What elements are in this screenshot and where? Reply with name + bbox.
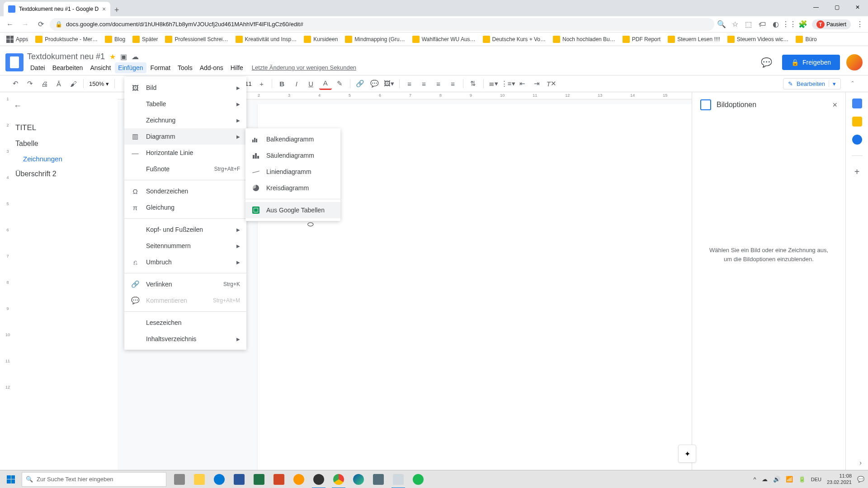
tasks-icon[interactable]: [852, 135, 862, 145]
insert-menu-item[interactable]: —Horizontale Linie: [124, 145, 246, 161]
docs-logo-icon[interactable]: [5, 53, 24, 71]
new-tab-button[interactable]: +: [110, 4, 123, 16]
outline-item[interactable]: Tabelle: [14, 136, 110, 151]
tray-sync-icon[interactable]: ☁: [762, 476, 768, 483]
chart-submenu-item[interactable]: Säulendiagramm: [245, 147, 340, 164]
outline-item[interactable]: Überschrift 2: [14, 166, 110, 182]
tab-close-icon[interactable]: ×: [102, 5, 106, 13]
comment-button[interactable]: 💬: [368, 77, 381, 90]
link-button[interactable]: 🔗: [354, 77, 367, 90]
menu-hilfe[interactable]: Hilfe: [227, 62, 246, 73]
zoom-icon[interactable]: 🔍: [717, 20, 726, 29]
outline-item[interactable]: Zeichnungen: [14, 151, 110, 166]
cloud-saved-icon[interactable]: ☁: [132, 52, 139, 61]
bookmark-item[interactable]: Mindmapping (Gru…: [342, 34, 407, 45]
chrome-icon[interactable]: [329, 470, 348, 488]
menu-tools[interactable]: Tools: [175, 62, 196, 73]
tray-wifi-icon[interactable]: 📶: [786, 476, 793, 483]
task-view-icon[interactable]: [170, 470, 189, 488]
last-change-text[interactable]: Letzte Änderung vor wenigen Sekunden: [252, 64, 356, 71]
insert-menu-item[interactable]: Seitennummern▶: [124, 238, 246, 254]
print-button[interactable]: 🖨: [38, 77, 51, 90]
zoom-select[interactable]: 150%▾: [87, 80, 111, 87]
tray-volume-icon[interactable]: 🔊: [773, 476, 780, 483]
nav-back[interactable]: ←: [4, 18, 16, 31]
panel-close-icon[interactable]: ×: [832, 100, 837, 110]
menu-addons[interactable]: Add-ons: [197, 62, 226, 73]
obs-icon[interactable]: [309, 470, 328, 488]
insert-menu-item[interactable]: 🔗VerlinkenStrg+K: [124, 276, 246, 292]
tray-chevron-icon[interactable]: ^: [754, 476, 756, 483]
ext-icon-3[interactable]: ◐: [771, 20, 780, 29]
browser-tab[interactable]: Textdokument neu #1 - Google D ×: [4, 2, 110, 16]
start-button[interactable]: [0, 470, 22, 488]
bold-button[interactable]: B: [276, 77, 288, 90]
excel-icon[interactable]: [250, 470, 269, 488]
star-icon[interactable]: ★: [109, 52, 116, 61]
paint-format-button[interactable]: 🖌: [67, 77, 80, 90]
notifications-icon[interactable]: 💬: [857, 476, 864, 483]
taskbar-search[interactable]: 🔍 Zur Suche Text hier eingeben: [22, 472, 166, 487]
line-spacing[interactable]: ⇅: [467, 77, 480, 90]
bookmark-item[interactable]: Später: [130, 34, 160, 45]
insert-menu-item[interactable]: ⎌Umbruch▶: [124, 254, 246, 270]
outline-item[interactable]: TITEL: [14, 120, 110, 136]
rail-expand-icon[interactable]: ›: [859, 459, 862, 466]
align-center[interactable]: ≡: [418, 77, 430, 90]
doc-title[interactable]: Textdokument neu #1: [27, 52, 105, 61]
spotify-icon[interactable]: [409, 470, 428, 488]
edge-legacy-icon[interactable]: [210, 470, 229, 488]
add-addon-icon[interactable]: +: [854, 167, 860, 177]
bookmark-item[interactable]: Kursideen: [301, 34, 340, 45]
notepad-icon[interactable]: [389, 470, 408, 488]
extensions-icon[interactable]: 🧩: [798, 20, 807, 29]
fontsize-plus[interactable]: +: [255, 77, 268, 90]
ext-icon-2[interactable]: 🏷: [758, 20, 767, 29]
bookmark-item[interactable]: PDF Report: [620, 34, 663, 45]
spellcheck-button[interactable]: Ā: [52, 77, 65, 90]
url-field[interactable]: 🔒 docs.google.com/document/d/1hUH8k6h7Lb…: [50, 18, 714, 31]
nav-reload[interactable]: ⟳: [34, 18, 47, 31]
align-justify[interactable]: ≡: [447, 77, 459, 90]
menu-ansicht[interactable]: Ansicht: [87, 62, 114, 73]
insert-menu-item[interactable]: ▥Diagramm▶: [124, 128, 246, 145]
bookmark-item[interactable]: Wahlfächer WU Aus…: [410, 34, 478, 45]
move-icon[interactable]: ▣: [120, 52, 127, 61]
tray-lang[interactable]: DEU: [811, 477, 821, 482]
insert-menu-item[interactable]: 🖼Bild▶: [124, 80, 246, 96]
text-color-button[interactable]: A: [319, 77, 332, 90]
italic-button[interactable]: I: [290, 77, 303, 90]
ext-icon-1[interactable]: ⬚: [744, 20, 753, 29]
editing-mode-dropdown[interactable]: ✎ Bearbeiten ▾: [783, 78, 841, 89]
window-minimize[interactable]: ―: [806, 0, 826, 14]
bookmark-item[interactable]: Büro: [793, 34, 819, 45]
redo-button[interactable]: ↷: [24, 77, 36, 90]
bookmark-item[interactable]: Steuern Videos wic…: [725, 34, 792, 45]
chart-submenu-item[interactable]: Liniendiagramm: [245, 164, 340, 180]
outdent[interactable]: ⇤: [516, 77, 529, 90]
chart-submenu-item[interactable]: Aus Google Tabellen: [245, 202, 340, 218]
chrome-menu-icon[interactable]: ⋮: [855, 20, 864, 29]
align-right[interactable]: ≡: [432, 77, 445, 90]
insert-menu-item[interactable]: Kopf- und Fußzeilen▶: [124, 221, 246, 238]
tray-battery-icon[interactable]: 🔋: [798, 476, 806, 483]
insert-menu-item[interactable]: FußnoteStrg+Alt+F: [124, 161, 246, 177]
share-button[interactable]: 🔒 Freigeben: [782, 55, 840, 70]
bookmark-item[interactable]: Noch hochladen Bu…: [550, 34, 618, 45]
numbered-list[interactable]: ≣▾: [487, 77, 500, 90]
app-icon-2[interactable]: [369, 470, 388, 488]
insert-menu-item[interactable]: Lesezeichen: [124, 314, 246, 331]
collapse-toolbar[interactable]: ˆ: [846, 77, 859, 90]
indent[interactable]: ⇥: [531, 77, 543, 90]
bookmark-item[interactable]: Deutsche Kurs + Vo…: [480, 34, 548, 45]
insert-menu-item[interactable]: Tabelle▶: [124, 96, 246, 112]
bookmark-item[interactable]: Steuern Lesen !!!!: [665, 34, 723, 45]
app-icon[interactable]: [289, 470, 308, 488]
menu-einfuegen[interactable]: Einfügen: [115, 62, 146, 73]
calendar-icon[interactable]: [852, 99, 862, 108]
underline-button[interactable]: U: [305, 77, 317, 90]
window-close[interactable]: ✕: [847, 0, 868, 14]
insert-menu-item[interactable]: Zeichnung▶: [124, 112, 246, 128]
bookmark-item[interactable]: Blog: [102, 34, 128, 45]
powerpoint-icon[interactable]: [269, 470, 288, 488]
